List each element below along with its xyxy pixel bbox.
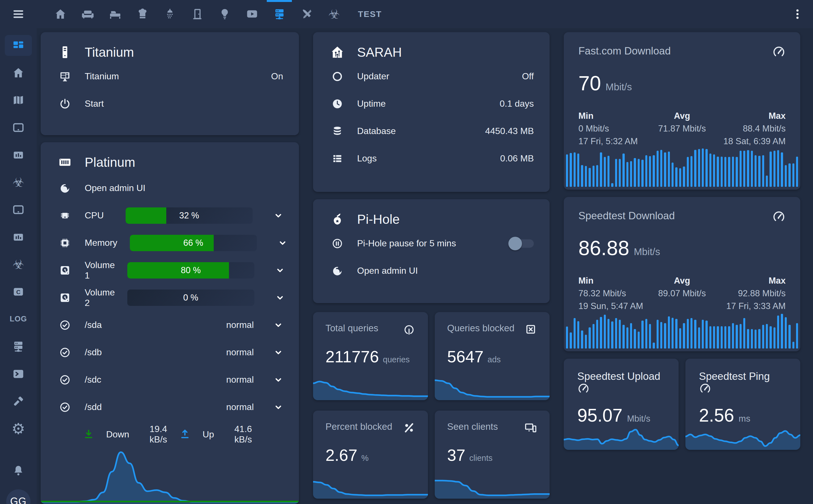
expand-chevron[interactable] [278, 238, 287, 248]
cpu-icon [59, 210, 71, 222]
sidebar-item-c[interactable]: C [0, 278, 37, 305]
gauge-icon [577, 382, 590, 395]
pihole-pause-row[interactable]: Pi-Hole pause for 5 mins [313, 230, 550, 257]
tab-test[interactable]: TEST [348, 0, 392, 28]
sidebar-item-nas[interactable] [0, 333, 37, 360]
card-title: Speedtest Download [579, 210, 675, 222]
volume2-meter-row[interactable]: Volume 2 0 % [41, 284, 299, 311]
download-value: 19.4 kB/s [150, 424, 179, 445]
user-avatar[interactable]: GG [6, 489, 30, 504]
spacer [564, 190, 800, 197]
sidebar-item-biohazard-2[interactable]: ☣ [0, 251, 37, 278]
tab-biohazard[interactable]: ☣ [320, 0, 348, 28]
server-network-icon [12, 340, 25, 353]
dome-network-icon [402, 323, 416, 336]
disk-row-sda[interactable]: /sda normal [41, 311, 299, 339]
harddisk-icon [59, 264, 71, 276]
stat-title: Seen clients [447, 421, 498, 432]
biohazard-icon: ☣ [328, 8, 340, 21]
meter-label: Memory [85, 238, 117, 248]
entity-state: 0.06 MB [500, 153, 534, 164]
card-title: Titanium [85, 45, 134, 60]
entity-label: Logs [357, 153, 376, 164]
fastcom-download-card[interactable]: Fast.com Download 70Mbit/s Min 0 Mbit/s … [564, 32, 800, 190]
tab-kitchen[interactable] [129, 0, 156, 28]
speedtest-upload-card[interactable]: Speedtest Upload 95.07Mbit/s [564, 359, 679, 450]
entity-row-titanium-switch[interactable]: Titanium On [41, 63, 299, 90]
sidebar-item-stats[interactable] [0, 141, 37, 168]
entity-row-start-button[interactable]: Start [41, 90, 299, 117]
gauge-icon [772, 45, 786, 59]
tab-door[interactable] [183, 0, 211, 28]
sidebar-item-tablet[interactable] [0, 114, 37, 141]
door-icon [191, 8, 204, 21]
tab-bedroom[interactable] [101, 0, 129, 28]
entity-row-logs[interactable]: Logs 0.06 MB [313, 145, 550, 172]
speedtest-ping-card[interactable]: Speedtest Ping 2.56ms [685, 359, 800, 450]
expand-chevron[interactable] [273, 348, 283, 357]
tab-nas[interactable] [266, 0, 293, 28]
sidebar-item-notifications[interactable] [0, 457, 37, 484]
open-admin-ui-row[interactable]: Open admin UI [41, 174, 299, 202]
expand-chevron[interactable] [275, 293, 285, 303]
cpu-meter-row[interactable]: CPU 32 % [41, 202, 299, 229]
sidebar-item-home[interactable] [0, 59, 37, 86]
ping-sparkline [685, 413, 800, 450]
expand-chevron[interactable] [275, 266, 285, 275]
meter-label: Volume 1 [85, 260, 115, 281]
volume2-progress-value: 0 % [127, 290, 254, 306]
topbar-spacer [392, 0, 782, 28]
expand-chevron[interactable] [273, 211, 283, 220]
sidebar-item-stats-2[interactable] [0, 223, 37, 251]
avg-value: 89.07 Mbit/s [648, 287, 717, 300]
memory-progress-value: 66 % [130, 235, 257, 251]
disk-row-sdc[interactable]: /sdc normal [41, 366, 299, 393]
tab-media[interactable] [238, 0, 266, 28]
top-bar: ☣ TEST [0, 0, 813, 28]
entity-row-database[interactable]: Database 4450.43 MB [313, 117, 550, 145]
sidebar-item-biohazard[interactable]: ☣ [0, 168, 37, 196]
tab-home[interactable] [47, 0, 74, 28]
entity-row-uptime[interactable]: Uptime 0.1 days [313, 90, 550, 117]
tab-tools[interactable] [293, 0, 320, 28]
total-queries-card[interactable]: Total queries 211776queries [313, 312, 428, 400]
expand-chevron[interactable] [273, 375, 283, 385]
pause-label: Pi-Hole pause for 5 mins [357, 238, 456, 249]
entity-label: Start [85, 98, 104, 109]
firefox-icon [59, 182, 71, 194]
dots-vertical-icon [791, 8, 804, 20]
volume1-meter-row[interactable]: Volume 1 80 % [41, 257, 299, 284]
sidebar-item-dashboard[interactable] [0, 32, 37, 59]
seen-clients-card[interactable]: Seen clients 37clients [435, 411, 550, 499]
sidebar-item-map[interactable] [0, 86, 37, 114]
tab-lights[interactable] [211, 0, 238, 28]
speedtest-history-bars [566, 306, 798, 349]
entity-row-updater[interactable]: Updater Off [313, 63, 550, 90]
tablet-icon [12, 203, 25, 216]
pihole-card: Pi-Hole Pi-Hole pause for 5 mins Open ad… [313, 199, 550, 303]
tab-bathroom[interactable] [156, 0, 183, 28]
overflow-menu-button[interactable] [782, 0, 813, 28]
sidebar-item-tablet-2[interactable] [0, 196, 37, 223]
percent-blocked-card[interactable]: Percent blocked 2.67% [313, 411, 428, 499]
disk-row-sdd[interactable]: /sdd normal [41, 393, 299, 421]
speedtest-download-card[interactable]: Speedtest Download 86.88Mbit/s Min 78.32… [564, 197, 800, 351]
expand-chevron[interactable] [273, 320, 283, 330]
disk-row-sdb[interactable]: /sdb normal [41, 339, 299, 366]
sidebar-item-settings[interactable]: ⚙ [0, 415, 37, 442]
stat-value: 2.67 [325, 446, 357, 464]
sidebar-item-developer-tools[interactable] [0, 387, 37, 415]
open-admin-ui-row[interactable]: Open admin UI [313, 257, 550, 284]
queries-blocked-card[interactable]: Queries blocked 5647ads [435, 312, 550, 400]
max-label: Max [716, 109, 786, 122]
chart-box-icon [12, 148, 25, 161]
close-box-icon [524, 323, 537, 336]
hamburger-menu-button[interactable] [0, 0, 37, 28]
expand-chevron[interactable] [273, 402, 283, 412]
tab-living-room[interactable] [74, 0, 101, 28]
memory-meter-row[interactable]: Memory 66 % [41, 229, 299, 257]
sidebar-item-terminal[interactable] [0, 360, 37, 387]
pihole-pause-toggle[interactable] [508, 239, 534, 248]
sidebar-item-log[interactable]: LOG [0, 305, 37, 333]
sidebar: ☣ ☣ C LOG ⚙ GG [0, 28, 37, 504]
